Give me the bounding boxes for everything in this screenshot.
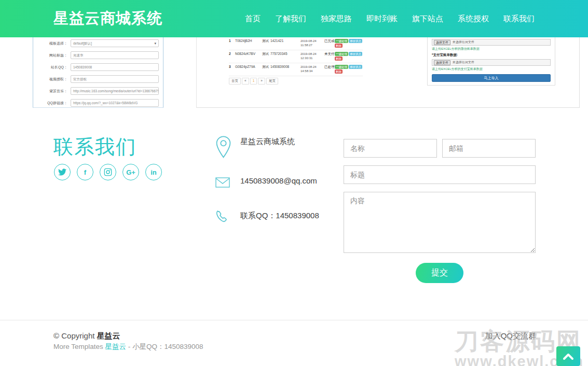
mail-icon (215, 175, 240, 190)
modify-status-button: 修改状态 (349, 39, 362, 43)
status-badge: 已处理 (324, 65, 335, 69)
chevron-down-icon: ▾ (154, 39, 156, 47)
contact-qq-text: 联系QQ：1450839008 (240, 210, 319, 221)
table-row: 1 T0624jB2H 测试 1421421 2019-08-2411:58:2… (229, 37, 363, 50)
nav-license[interactable]: 系统授权 (458, 14, 489, 24)
modify-status-button: 修改状态 (349, 65, 362, 69)
status-badge: 已完成 (324, 39, 335, 43)
settings-row: 模板选择： default[默认]▾ (37, 39, 159, 47)
pagination-first: 首页 (229, 78, 241, 85)
scroll-to-top-button[interactable] (556, 346, 580, 366)
settings-row: 网站标题： 光速率 (37, 51, 159, 59)
import-bills-panel: 选择文件 未选择任何文件 请上传EXCEL分析的微信账单数据 *支付宝账单数据:… (427, 37, 555, 86)
field-label: QQ群链接： (37, 101, 67, 106)
settings-row: 站长QQ： 1450839008 (37, 63, 159, 71)
site-title-field: 光速率 (71, 51, 159, 59)
nav-contact[interactable]: 联系我们 (503, 14, 535, 24)
contact-section-title: 联系我们 (53, 134, 136, 160)
copyright-brand: 星益云 (97, 331, 120, 340)
instagram-icon[interactable] (100, 164, 116, 180)
pagination: 首页 « 1 » 尾页 (229, 78, 278, 85)
submit-button[interactable]: 提交 (416, 263, 463, 283)
pagination-page-1: 1 (250, 78, 257, 85)
admin-qq-field: 1450839008 (71, 63, 159, 71)
contact-email-text: 1450839008@qq.com (240, 175, 317, 185)
facebook-icon[interactable]: f (77, 164, 93, 180)
brand-link[interactable]: 星益云 (105, 343, 127, 350)
field-label: 模板选择： (37, 41, 67, 46)
process-button: 一键处理 (335, 39, 348, 43)
content-textarea[interactable] (344, 192, 536, 253)
title-input[interactable] (344, 165, 536, 184)
license-field: 官方授权 (71, 75, 159, 83)
orders-table: 1 T0624jB2H 测试 1421421 2019-08-2411:58:2… (229, 37, 363, 76)
location-icon (215, 136, 240, 161)
site-logo[interactable]: 星益云商城系统 (53, 8, 162, 29)
settings-row: 背景音乐： http://music.163.com/song/media/ou… (37, 87, 159, 95)
screenshot-admin-card: 1 T0624jB2H 测试 1421421 2019-08-2411:58:2… (196, 37, 580, 108)
main-nav: 首页 了解我们 独家思路 即时到账 旗下站点 系统授权 联系我们 (245, 0, 535, 37)
pagination-prev: « (242, 78, 249, 85)
page-footer: © Copyright 星益云 More Templates 星益云 - 小星Q… (0, 320, 588, 366)
template-select: default[默认]▾ (71, 39, 159, 47)
field-label: 背景音乐： (37, 89, 67, 94)
pagination-last: 尾页 (266, 78, 278, 85)
nav-ideas[interactable]: 独家思路 (321, 14, 352, 24)
email-input[interactable] (442, 139, 536, 158)
contact-qq-item: 联系QQ：1450839008 (215, 210, 319, 226)
phone-icon (215, 210, 240, 226)
alipay-bill-label: *支付宝账单数据: (432, 53, 551, 58)
file-input-row: 选择文件 未选择任何文件 (432, 39, 551, 46)
pagination-next: » (258, 78, 265, 85)
contact-address-item: 星益云商城系统 (215, 136, 295, 161)
screenshot-strip: 模板选择： default[默认]▾ 网站标题： 光速率 站长QQ： 14508… (0, 37, 588, 108)
table-row: 3 G0824pZ79A 测试 1450839008 2019-08-2414:… (229, 63, 363, 76)
nav-sites[interactable]: 旗下站点 (412, 14, 443, 24)
bgm-field: http://music.163.com/song/media/outer/ur… (71, 87, 159, 95)
choose-file-button: 选择文件 (434, 60, 450, 65)
file-input-row: 选择文件 未选择任何文件 (432, 59, 551, 66)
twitter-icon[interactable] (54, 164, 71, 180)
upload-hint: 请上传EXCEL分析的支付宝账单数据 (432, 67, 551, 72)
linkedin-icon[interactable]: in (145, 164, 162, 180)
settings-row: 视频授权： 官方授权 (37, 75, 159, 83)
nav-instant-pay[interactable]: 即时到账 (366, 14, 398, 24)
table-row: 2 N0824zK7BV 测试 775720345 2019-08-2412:3… (229, 50, 363, 63)
upload-hint: 请上传EXCEL分析的微信账单数据 (432, 47, 551, 51)
back-to-admin-link: >>返回收款后台管理 (432, 85, 551, 86)
site-header: 星益云商城系统 首页 了解我们 独家思路 即时到账 旗下站点 系统授权 联系我们 (0, 0, 588, 37)
nav-about[interactable]: 了解我们 (275, 14, 306, 24)
qq-group-field: https://jq.qq.com/?_wv=1027&k=58W8dVG (71, 99, 159, 107)
process-button: 一键处理 (335, 52, 348, 56)
contact-email-item: 1450839008@qq.com (215, 175, 317, 190)
import-button: 马上导入 (432, 74, 551, 82)
join-qq-group-link[interactable]: 加入QQ交流群 (485, 331, 536, 341)
delete-button: 删除 (335, 57, 343, 61)
field-label: 站长QQ： (37, 65, 67, 70)
status-badge: 未支付 (324, 52, 335, 56)
social-links: f G+ in (54, 164, 162, 180)
nav-home[interactable]: 首页 (245, 14, 261, 24)
choose-file-button: 选择文件 (434, 40, 450, 45)
process-button: 一键处理 (335, 65, 348, 69)
field-label: 视频授权： (37, 77, 67, 82)
chevron-up-icon (562, 352, 575, 360)
modify-status-button: 修改状态 (349, 52, 362, 56)
settings-row: QQ群链接： https://jq.qq.com/?_wv=1027&k=58W… (37, 99, 159, 107)
delete-button: 删除 (335, 44, 343, 48)
copyright-line: © Copyright 星益云 (53, 331, 120, 341)
screenshot-settings-panel: 模板选择： default[默认]▾ 网站标题： 光速率 站长QQ： 14508… (33, 37, 163, 108)
contact-address-text: 星益云商城系统 (240, 136, 295, 147)
name-input[interactable] (344, 139, 437, 158)
field-label: 网站标题： (37, 53, 67, 58)
more-templates-line: More Templates 星益云 - 小星QQ：1450839008 (53, 342, 203, 351)
google-plus-icon[interactable]: G+ (122, 164, 139, 180)
delete-button: 删除 (335, 69, 343, 74)
